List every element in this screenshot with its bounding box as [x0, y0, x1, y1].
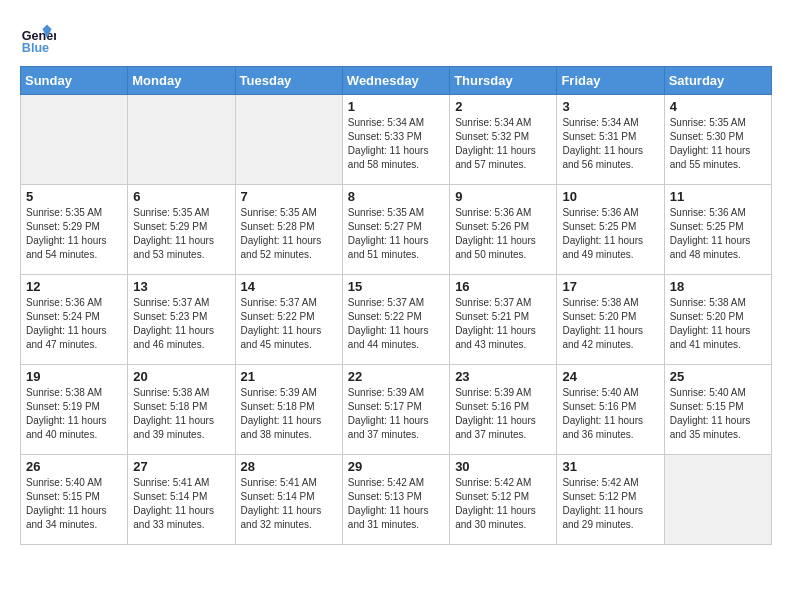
calendar-cell: 19Sunrise: 5:38 AM Sunset: 5:19 PM Dayli… — [21, 365, 128, 455]
calendar-cell: 29Sunrise: 5:42 AM Sunset: 5:13 PM Dayli… — [342, 455, 449, 545]
calendar-cell: 11Sunrise: 5:36 AM Sunset: 5:25 PM Dayli… — [664, 185, 771, 275]
calendar-header-row: SundayMondayTuesdayWednesdayThursdayFrid… — [21, 67, 772, 95]
calendar-cell: 8Sunrise: 5:35 AM Sunset: 5:27 PM Daylig… — [342, 185, 449, 275]
day-number: 25 — [670, 369, 766, 384]
page-header: General Blue — [20, 20, 772, 56]
day-of-week-header: Wednesday — [342, 67, 449, 95]
calendar-cell: 15Sunrise: 5:37 AM Sunset: 5:22 PM Dayli… — [342, 275, 449, 365]
day-info: Sunrise: 5:35 AM Sunset: 5:29 PM Dayligh… — [26, 206, 122, 262]
day-number: 30 — [455, 459, 551, 474]
calendar-cell: 17Sunrise: 5:38 AM Sunset: 5:20 PM Dayli… — [557, 275, 664, 365]
day-of-week-header: Monday — [128, 67, 235, 95]
day-number: 13 — [133, 279, 229, 294]
day-number: 5 — [26, 189, 122, 204]
day-info: Sunrise: 5:37 AM Sunset: 5:23 PM Dayligh… — [133, 296, 229, 352]
day-info: Sunrise: 5:37 AM Sunset: 5:22 PM Dayligh… — [348, 296, 444, 352]
day-info: Sunrise: 5:39 AM Sunset: 5:18 PM Dayligh… — [241, 386, 337, 442]
day-info: Sunrise: 5:35 AM Sunset: 5:28 PM Dayligh… — [241, 206, 337, 262]
calendar-cell: 24Sunrise: 5:40 AM Sunset: 5:16 PM Dayli… — [557, 365, 664, 455]
calendar-week-row: 1Sunrise: 5:34 AM Sunset: 5:33 PM Daylig… — [21, 95, 772, 185]
calendar-cell: 5Sunrise: 5:35 AM Sunset: 5:29 PM Daylig… — [21, 185, 128, 275]
day-number: 1 — [348, 99, 444, 114]
day-of-week-header: Tuesday — [235, 67, 342, 95]
calendar-cell: 28Sunrise: 5:41 AM Sunset: 5:14 PM Dayli… — [235, 455, 342, 545]
logo-icon: General Blue — [20, 20, 56, 56]
day-number: 26 — [26, 459, 122, 474]
calendar-cell: 1Sunrise: 5:34 AM Sunset: 5:33 PM Daylig… — [342, 95, 449, 185]
calendar-week-row: 5Sunrise: 5:35 AM Sunset: 5:29 PM Daylig… — [21, 185, 772, 275]
day-number: 23 — [455, 369, 551, 384]
calendar-cell — [235, 95, 342, 185]
day-info: Sunrise: 5:41 AM Sunset: 5:14 PM Dayligh… — [133, 476, 229, 532]
day-number: 19 — [26, 369, 122, 384]
day-number: 3 — [562, 99, 658, 114]
calendar-cell: 16Sunrise: 5:37 AM Sunset: 5:21 PM Dayli… — [450, 275, 557, 365]
calendar-cell: 27Sunrise: 5:41 AM Sunset: 5:14 PM Dayli… — [128, 455, 235, 545]
day-info: Sunrise: 5:34 AM Sunset: 5:33 PM Dayligh… — [348, 116, 444, 172]
day-info: Sunrise: 5:35 AM Sunset: 5:30 PM Dayligh… — [670, 116, 766, 172]
day-info: Sunrise: 5:36 AM Sunset: 5:24 PM Dayligh… — [26, 296, 122, 352]
day-number: 27 — [133, 459, 229, 474]
calendar-cell: 6Sunrise: 5:35 AM Sunset: 5:29 PM Daylig… — [128, 185, 235, 275]
calendar-week-row: 26Sunrise: 5:40 AM Sunset: 5:15 PM Dayli… — [21, 455, 772, 545]
day-info: Sunrise: 5:35 AM Sunset: 5:29 PM Dayligh… — [133, 206, 229, 262]
day-info: Sunrise: 5:42 AM Sunset: 5:13 PM Dayligh… — [348, 476, 444, 532]
logo: General Blue — [20, 20, 60, 56]
calendar-cell: 10Sunrise: 5:36 AM Sunset: 5:25 PM Dayli… — [557, 185, 664, 275]
day-number: 2 — [455, 99, 551, 114]
day-number: 11 — [670, 189, 766, 204]
calendar-cell: 26Sunrise: 5:40 AM Sunset: 5:15 PM Dayli… — [21, 455, 128, 545]
day-number: 17 — [562, 279, 658, 294]
day-number: 18 — [670, 279, 766, 294]
calendar-cell: 18Sunrise: 5:38 AM Sunset: 5:20 PM Dayli… — [664, 275, 771, 365]
calendar-cell: 12Sunrise: 5:36 AM Sunset: 5:24 PM Dayli… — [21, 275, 128, 365]
day-info: Sunrise: 5:36 AM Sunset: 5:26 PM Dayligh… — [455, 206, 551, 262]
calendar-week-row: 12Sunrise: 5:36 AM Sunset: 5:24 PM Dayli… — [21, 275, 772, 365]
day-of-week-header: Saturday — [664, 67, 771, 95]
day-number: 31 — [562, 459, 658, 474]
calendar-cell: 25Sunrise: 5:40 AM Sunset: 5:15 PM Dayli… — [664, 365, 771, 455]
day-info: Sunrise: 5:37 AM Sunset: 5:22 PM Dayligh… — [241, 296, 337, 352]
day-number: 10 — [562, 189, 658, 204]
day-info: Sunrise: 5:40 AM Sunset: 5:16 PM Dayligh… — [562, 386, 658, 442]
day-info: Sunrise: 5:38 AM Sunset: 5:18 PM Dayligh… — [133, 386, 229, 442]
calendar-cell: 4Sunrise: 5:35 AM Sunset: 5:30 PM Daylig… — [664, 95, 771, 185]
day-info: Sunrise: 5:39 AM Sunset: 5:16 PM Dayligh… — [455, 386, 551, 442]
calendar-cell: 9Sunrise: 5:36 AM Sunset: 5:26 PM Daylig… — [450, 185, 557, 275]
day-info: Sunrise: 5:39 AM Sunset: 5:17 PM Dayligh… — [348, 386, 444, 442]
day-info: Sunrise: 5:38 AM Sunset: 5:20 PM Dayligh… — [562, 296, 658, 352]
day-info: Sunrise: 5:38 AM Sunset: 5:20 PM Dayligh… — [670, 296, 766, 352]
day-info: Sunrise: 5:38 AM Sunset: 5:19 PM Dayligh… — [26, 386, 122, 442]
day-number: 12 — [26, 279, 122, 294]
calendar-cell: 7Sunrise: 5:35 AM Sunset: 5:28 PM Daylig… — [235, 185, 342, 275]
calendar-cell — [128, 95, 235, 185]
day-number: 4 — [670, 99, 766, 114]
day-number: 9 — [455, 189, 551, 204]
day-number: 24 — [562, 369, 658, 384]
calendar-cell: 22Sunrise: 5:39 AM Sunset: 5:17 PM Dayli… — [342, 365, 449, 455]
day-number: 7 — [241, 189, 337, 204]
calendar-cell: 23Sunrise: 5:39 AM Sunset: 5:16 PM Dayli… — [450, 365, 557, 455]
day-info: Sunrise: 5:36 AM Sunset: 5:25 PM Dayligh… — [562, 206, 658, 262]
day-number: 14 — [241, 279, 337, 294]
day-info: Sunrise: 5:41 AM Sunset: 5:14 PM Dayligh… — [241, 476, 337, 532]
calendar-cell — [21, 95, 128, 185]
calendar-cell: 3Sunrise: 5:34 AM Sunset: 5:31 PM Daylig… — [557, 95, 664, 185]
day-info: Sunrise: 5:35 AM Sunset: 5:27 PM Dayligh… — [348, 206, 444, 262]
day-number: 8 — [348, 189, 444, 204]
day-of-week-header: Thursday — [450, 67, 557, 95]
calendar-cell: 2Sunrise: 5:34 AM Sunset: 5:32 PM Daylig… — [450, 95, 557, 185]
calendar-cell: 20Sunrise: 5:38 AM Sunset: 5:18 PM Dayli… — [128, 365, 235, 455]
day-number: 6 — [133, 189, 229, 204]
day-number: 22 — [348, 369, 444, 384]
day-number: 20 — [133, 369, 229, 384]
day-number: 28 — [241, 459, 337, 474]
day-info: Sunrise: 5:36 AM Sunset: 5:25 PM Dayligh… — [670, 206, 766, 262]
day-number: 21 — [241, 369, 337, 384]
day-number: 29 — [348, 459, 444, 474]
calendar-cell: 31Sunrise: 5:42 AM Sunset: 5:12 PM Dayli… — [557, 455, 664, 545]
calendar-week-row: 19Sunrise: 5:38 AM Sunset: 5:19 PM Dayli… — [21, 365, 772, 455]
day-of-week-header: Sunday — [21, 67, 128, 95]
day-info: Sunrise: 5:40 AM Sunset: 5:15 PM Dayligh… — [26, 476, 122, 532]
day-info: Sunrise: 5:34 AM Sunset: 5:31 PM Dayligh… — [562, 116, 658, 172]
